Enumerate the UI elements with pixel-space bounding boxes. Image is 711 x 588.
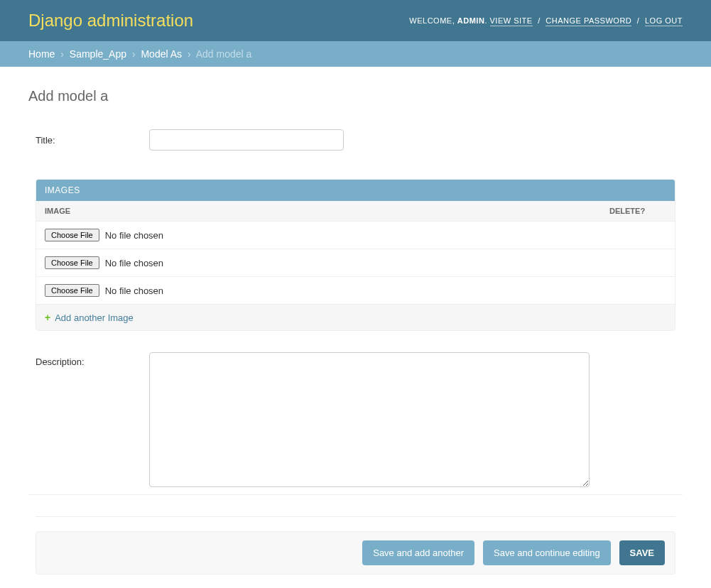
log-out-link[interactable]: LOG OUT [645,16,683,26]
page-title: Add model a [28,88,683,104]
col-delete-header: DELETE? [609,207,666,215]
breadcrumb-model[interactable]: Model As [141,48,182,60]
view-site-link[interactable]: VIEW SITE [490,16,533,26]
header: Django administration WELCOME, ADMIN. VI… [0,0,711,41]
inline-header-row: IMAGE DELETE? [36,201,675,222]
inline-row: Choose File No file chosen [36,277,675,305]
description-module: Description: [28,345,683,495]
add-another-row: + Add another Image [36,305,675,330]
save-continue-button[interactable]: Save and continue editing [483,540,611,565]
save-add-another-button[interactable]: Save and add another [362,540,474,565]
form-module: Title: [28,122,683,158]
save-button[interactable]: SAVE [619,540,665,565]
user-tools: WELCOME, ADMIN. VIEW SITE / CHANGE PASSW… [409,16,683,25]
separator: / [637,16,640,25]
choose-file-button[interactable]: Choose File [45,284,99,297]
chevron-right-icon: › [188,48,191,60]
separator: / [538,16,541,25]
inline-row: Choose File No file chosen [36,249,675,277]
description-textarea[interactable] [149,352,590,487]
breadcrumb-current: Add model a [196,48,252,60]
no-file-text: No file chosen [105,230,163,241]
submit-row: Save and add another Save and continue e… [36,531,675,575]
inline-row: Choose File No file chosen [36,222,675,249]
images-heading: IMAGES [36,180,675,201]
branding-title: Django administration [28,11,193,31]
breadcrumb-home[interactable]: Home [28,48,55,60]
choose-file-button[interactable]: Choose File [45,256,99,269]
welcome-text: WELCOME, [409,16,455,25]
images-inline-group: IMAGES IMAGE DELETE? Choose File No file… [36,179,675,331]
add-another-label: Add another Image [55,312,134,323]
description-label: Description: [36,352,149,367]
chevron-right-icon: › [60,48,64,60]
content: Add model a Title: IMAGES IMAGE DELETE? … [0,67,711,588]
add-another-image-link[interactable]: + Add another Image [45,312,134,323]
change-password-link[interactable]: CHANGE PASSWORD [546,16,631,26]
divider [36,516,675,517]
no-file-text: No file chosen [105,285,163,296]
user-name: ADMIN [457,16,485,25]
no-file-text: No file chosen [105,258,163,268]
choose-file-button[interactable]: Choose File [45,229,99,241]
title-input[interactable] [149,129,344,151]
description-row: Description: [28,345,683,495]
title-row: Title: [28,122,683,158]
col-image-header: IMAGE [45,207,609,215]
plus-icon: + [45,312,50,323]
chevron-right-icon: › [132,48,136,60]
breadcrumb-app[interactable]: Sample_App [70,48,126,60]
breadcrumb: Home › Sample_App › Model As › Add model… [0,41,711,67]
title-label: Title: [36,135,149,146]
